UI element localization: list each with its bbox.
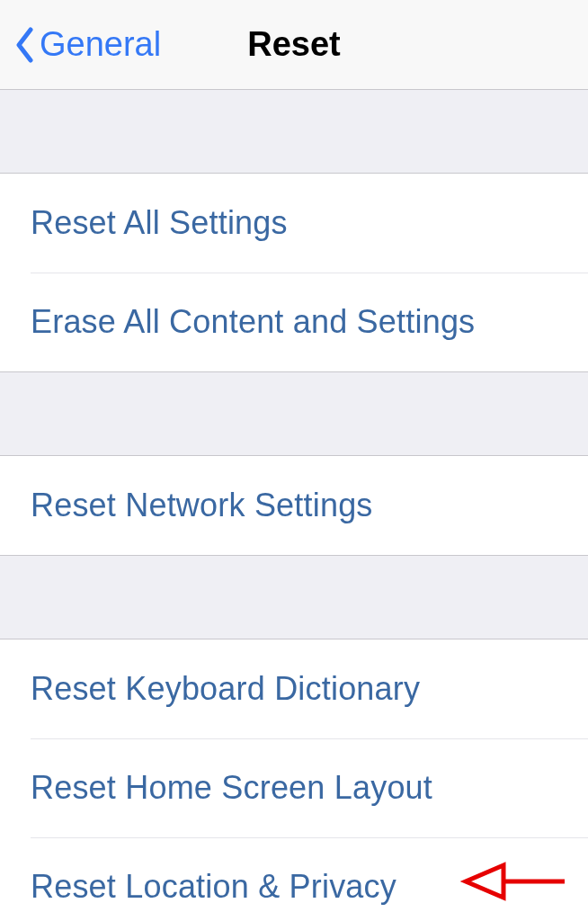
page-title: Reset xyxy=(247,25,341,64)
row-reset-all-settings[interactable]: Reset All Settings xyxy=(0,174,588,273)
row-erase-all-content[interactable]: Erase All Content and Settings xyxy=(0,273,588,371)
back-button[interactable]: General xyxy=(14,25,161,64)
row-label: Reset Home Screen Layout xyxy=(31,769,432,806)
chevron-back-icon xyxy=(14,27,34,63)
section-1: Reset All Settings Erase All Content and… xyxy=(0,173,588,372)
section-2: Reset Network Settings xyxy=(0,455,588,556)
row-label: Erase All Content and Settings xyxy=(31,303,475,340)
row-reset-network-settings[interactable]: Reset Network Settings xyxy=(0,456,588,555)
group-gap xyxy=(0,372,588,455)
row-label: Reset Keyboard Dictionary xyxy=(31,670,420,707)
row-label: Reset All Settings xyxy=(31,204,288,241)
row-reset-home-screen-layout[interactable]: Reset Home Screen Layout xyxy=(0,738,588,837)
row-label: Reset Network Settings xyxy=(31,487,373,523)
row-label: Reset Location & Privacy xyxy=(31,868,396,905)
arrow-annotation-icon xyxy=(459,854,566,908)
nav-bar: General Reset xyxy=(0,0,588,90)
group-gap xyxy=(0,90,588,173)
back-label: General xyxy=(40,25,161,64)
row-reset-keyboard-dictionary[interactable]: Reset Keyboard Dictionary xyxy=(0,639,588,738)
group-gap xyxy=(0,556,588,639)
